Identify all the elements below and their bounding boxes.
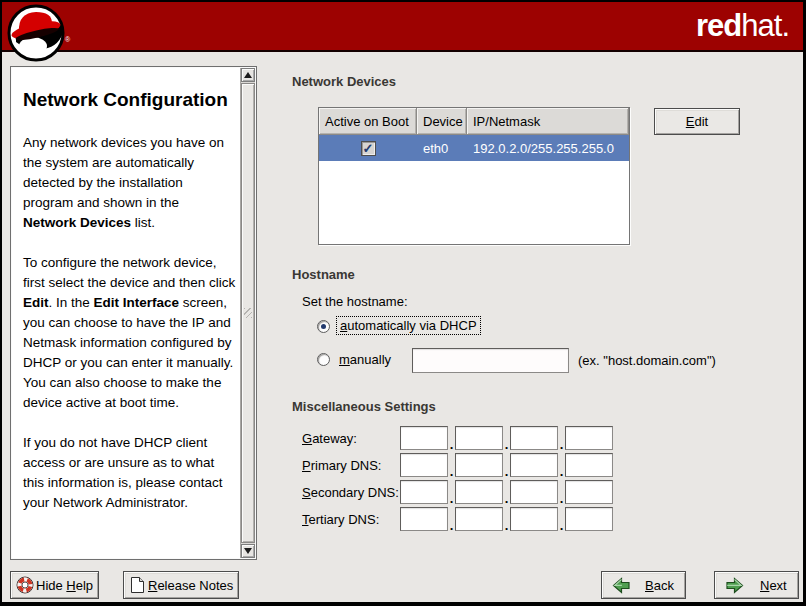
secondary-dns-octet-1[interactable]	[400, 480, 448, 504]
scroll-up-button[interactable]	[241, 68, 255, 82]
col-header-device[interactable]: Device	[417, 108, 467, 135]
help-panel: Network Configuration Any network device…	[10, 66, 257, 560]
octet-separator: .	[558, 494, 565, 504]
gateway-octet-3[interactable]	[510, 426, 558, 450]
table-header-row: Active on Boot Device IP/Netmask	[319, 108, 629, 135]
top-banner: redhat.	[2, 2, 803, 52]
tertiary-dns-octet-2[interactable]	[455, 507, 503, 531]
gateway-octet-1[interactable]	[400, 426, 448, 450]
primary-dns-octets: ...	[400, 453, 613, 477]
release-notes-label: Release Notes	[148, 578, 233, 593]
help-paragraphs: Any network devices you have on the syst…	[23, 133, 236, 513]
tertiary-dns-label: Tertiary DNS:	[302, 512, 379, 527]
octet-separator: .	[558, 440, 565, 450]
octet-separator: .	[503, 521, 510, 531]
back-arrow-icon	[612, 577, 631, 594]
gateway-octet-4[interactable]	[565, 426, 613, 450]
gateway-octets: ...	[400, 426, 613, 450]
tertiary-dns-octet-4[interactable]	[565, 507, 613, 531]
trademark-symbol: ®	[65, 36, 70, 43]
secondary-dns-octet-4[interactable]	[565, 480, 613, 504]
primary-dns-octet-2[interactable]	[455, 453, 503, 477]
primary-dns-octet-1[interactable]	[400, 453, 448, 477]
hide-help-label: Hide Help	[36, 578, 93, 593]
tertiary-dns-octets: ...	[400, 507, 613, 531]
ip-netmask-cell: 192.0.2.0/255.255.255.0	[467, 135, 629, 161]
back-button[interactable]: Back	[601, 571, 686, 599]
octet-separator: .	[448, 494, 455, 504]
lifebuoy-icon	[16, 576, 34, 594]
network-devices-label: Network Devices	[292, 74, 396, 89]
active-on-boot-checkbox[interactable]: ✓	[361, 141, 376, 156]
hostname-example-hint: (ex. "host.domain.com")	[578, 353, 716, 368]
gateway-label: Gateway:	[302, 431, 357, 446]
radio-manually[interactable]	[317, 353, 330, 366]
octet-separator: .	[448, 467, 455, 477]
hostname-input[interactable]	[412, 348, 569, 373]
next-button[interactable]: Next	[714, 571, 799, 599]
misc-settings-label: Miscellaneous Settings	[292, 399, 436, 414]
col-header-active-on-boot[interactable]: Active on Boot	[319, 108, 417, 135]
radio-dhcp-label[interactable]: automatically via DHCP	[336, 316, 481, 335]
secondary-dns-octets: ...	[400, 480, 613, 504]
col-header-ip-netmask[interactable]: IP/Netmask	[467, 108, 629, 135]
document-icon	[129, 576, 146, 594]
network-devices-table[interactable]: Active on Boot Device IP/Netmask ✓ eth0 …	[318, 107, 630, 245]
octet-separator: .	[503, 494, 510, 504]
hostname-label: Hostname	[292, 267, 355, 282]
secondary-dns-label: Secondary DNS:	[302, 485, 399, 500]
device-cell: eth0	[417, 135, 467, 161]
installer-window: redhat. ® Network Configuration Any netw…	[0, 0, 806, 606]
secondary-dns-octet-2[interactable]	[455, 480, 503, 504]
help-text: Network Configuration Any network device…	[11, 67, 240, 559]
radio-manually-label[interactable]: manually	[336, 351, 394, 368]
secondary-dns-octet-3[interactable]	[510, 480, 558, 504]
radio-dhcp[interactable]	[317, 320, 330, 333]
wordmark-red: red	[696, 8, 741, 43]
octet-separator: .	[558, 521, 565, 531]
scroll-up-icon	[244, 72, 252, 78]
primary-dns-octet-3[interactable]	[510, 453, 558, 477]
edit-button[interactable]: Edit	[654, 108, 740, 135]
gateway-octet-2[interactable]	[455, 426, 503, 450]
next-label: Next	[760, 578, 787, 593]
scroll-down-button[interactable]	[241, 544, 255, 558]
redhat-shadowman-icon	[7, 4, 67, 68]
octet-separator: .	[503, 467, 510, 477]
help-paragraph: If you do not have DHCP client access or…	[23, 433, 236, 513]
hide-help-button[interactable]: Hide Help	[10, 571, 99, 599]
octet-separator: .	[503, 440, 510, 450]
release-notes-button[interactable]: Release Notes	[123, 571, 239, 599]
set-hostname-label: Set the hostname:	[302, 294, 408, 309]
help-title: Network Configuration	[23, 87, 236, 113]
octet-separator: .	[448, 521, 455, 531]
tertiary-dns-octet-1[interactable]	[400, 507, 448, 531]
back-label: Back	[645, 578, 674, 593]
row-checkbox-mark: ✓	[363, 142, 374, 155]
active-on-boot-cell: ✓	[319, 135, 417, 161]
table-row[interactable]: ✓ eth0 192.0.2.0/255.255.255.0	[319, 135, 629, 161]
help-paragraph: Any network devices you have on the syst…	[23, 133, 236, 233]
tertiary-dns-octet-3[interactable]	[510, 507, 558, 531]
octet-separator: .	[448, 440, 455, 450]
help-scrollbar[interactable]	[240, 68, 255, 558]
scrollbar-thumb[interactable]	[241, 83, 255, 543]
octet-separator: .	[558, 467, 565, 477]
wordmark-hat: hat.	[741, 8, 789, 43]
help-paragraph: To configure the network device, first s…	[23, 253, 236, 413]
next-arrow-icon	[725, 577, 744, 594]
primary-dns-label: Primary DNS:	[302, 458, 381, 473]
scroll-down-icon	[244, 548, 252, 554]
redhat-wordmark: redhat.	[696, 8, 789, 44]
primary-dns-octet-4[interactable]	[565, 453, 613, 477]
